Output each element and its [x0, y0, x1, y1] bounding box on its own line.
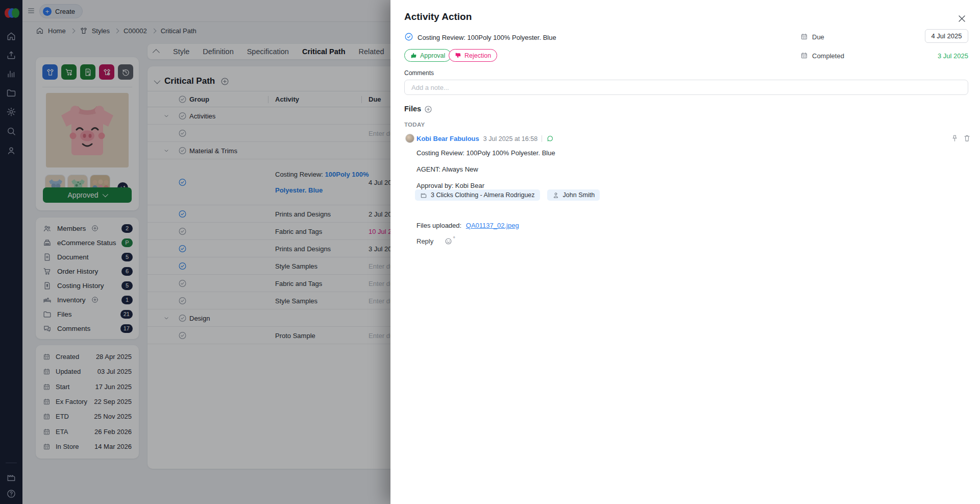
files-uploaded-row: Files uploaded: QA01137_02.jpeg [416, 222, 519, 229]
reply-button[interactable]: Reply [416, 237, 433, 245]
feed-text-line: Approval by: Kobi Bear [416, 182, 484, 189]
user-chip[interactable]: John Smith [547, 189, 600, 201]
thumbs-down-icon [455, 52, 461, 59]
files-section-label: Files [404, 105, 421, 113]
feed-day-label: TODAY [404, 122, 425, 128]
reply-row: Reply + [416, 237, 452, 245]
feed-chips: 3 Clicks Clothing - Almera Rodriguez Joh… [415, 189, 600, 201]
files-uploaded-label: Files uploaded: [416, 222, 461, 229]
supplier-chip[interactable]: 3 Clicks Clothing - Almera Rodriguez [415, 189, 540, 201]
person-icon [552, 191, 559, 199]
completed-date-value: 3 Jul 2025 [906, 52, 968, 60]
feed-author-link[interactable]: Kobi Bear Fabulous [416, 135, 479, 142]
thumbs-up-icon [410, 52, 417, 59]
user-chip-label: John Smith [563, 191, 595, 199]
pin-icon[interactable] [951, 134, 959, 142]
rejection-button[interactable]: Rejection [449, 49, 497, 62]
app: + Create Home Styles C00002 Critical Pat… [0, 0, 980, 504]
comment-bubble-icon[interactable] [546, 135, 554, 142]
calendar-icon [800, 33, 808, 40]
approval-button[interactable]: Approval [404, 49, 451, 62]
feed-timestamp: 3 Jul 2025 at 16:58 [483, 135, 537, 142]
feed-text-line: AGENT: Always New [416, 165, 478, 173]
add-note-input[interactable] [404, 80, 968, 95]
completed-label: Completed [812, 52, 844, 60]
rejection-label: Rejection [464, 52, 491, 59]
plus-icon: + [453, 235, 455, 240]
task-label: Costing Review: 100Poly 100% Polyester. … [418, 34, 556, 41]
due-date-input[interactable] [925, 29, 968, 43]
add-file-icon[interactable] [424, 105, 432, 113]
feed-text-line: Costing Review: 100Poly 100% Polyester. … [416, 149, 555, 157]
trash-icon[interactable] [963, 134, 971, 142]
uploaded-file-link[interactable]: QA01137_02.jpeg [466, 222, 519, 229]
panel-title: Activity Action [404, 11, 472, 22]
factory-icon [420, 191, 427, 199]
divider [542, 135, 542, 142]
due-label: Due [812, 33, 824, 41]
avatar[interactable] [405, 134, 414, 143]
close-icon[interactable] [957, 14, 967, 23]
feed-item-header: Kobi Bear Fabulous 3 Jul 2025 at 16:58 [416, 135, 554, 142]
feed-item-tools [951, 134, 971, 142]
approval-label: Approval [420, 52, 445, 59]
activity-action-panel: Activity Action Costing Review: 100Poly … [390, 0, 980, 504]
comments-label: Comments [404, 69, 434, 77]
add-reaction-button[interactable]: + [445, 237, 452, 245]
check-circle-icon[interactable] [404, 32, 413, 41]
calendar-icon [800, 52, 808, 59]
supplier-chip-label: 3 Clicks Clothing - Almera Rodriguez [431, 191, 535, 199]
smiley-icon [445, 237, 452, 245]
